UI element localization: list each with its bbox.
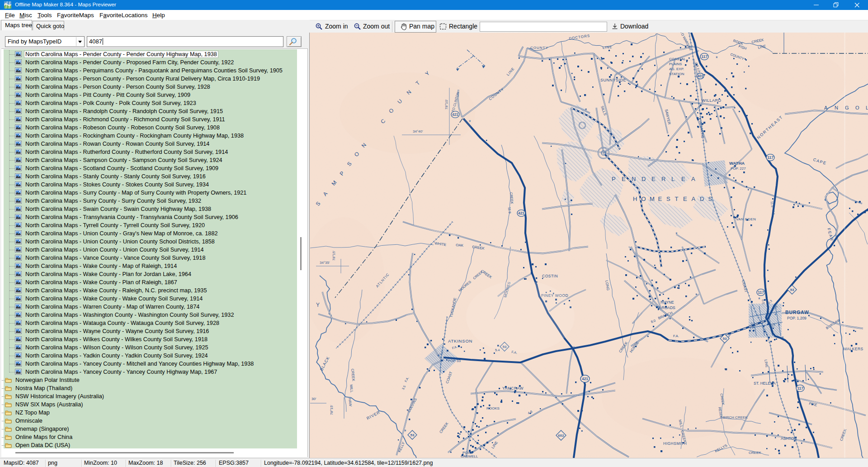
svg-text:ST. HELENA: ST. HELENA: [754, 381, 776, 386]
svg-text:STATION: STATION: [669, 72, 684, 76]
svg-text:N: N: [835, 105, 838, 110]
svg-text:401: 401: [697, 74, 703, 78]
svg-text:BURGAW: BURGAW: [785, 310, 809, 315]
svg-text:11.9: 11.9: [507, 207, 512, 214]
svg-text:L: L: [671, 176, 675, 182]
svg-text:E: E: [622, 176, 626, 182]
svg-text:*: *: [774, 312, 777, 319]
svg-text:117: 117: [767, 155, 774, 160]
svg-text:MILL: MILL: [349, 384, 354, 393]
svg-text:11.6: 11.6: [770, 201, 774, 207]
svg-text:*: *: [404, 429, 406, 435]
svg-text:L: L: [866, 105, 868, 110]
svg-text:S: S: [708, 195, 712, 202]
svg-text:0.5: 0.5: [761, 299, 765, 305]
svg-text:N: N: [632, 176, 636, 182]
svg-text:R: R: [661, 176, 665, 182]
svg-text:53: 53: [790, 288, 794, 292]
svg-text:POP. 1,209: POP. 1,209: [787, 316, 807, 320]
svg-text:OAK: OAK: [456, 243, 464, 248]
svg-text:CREEK: CREEK: [749, 451, 761, 455]
svg-text:53: 53: [723, 337, 727, 341]
svg-text:O: O: [855, 105, 859, 110]
svg-text:117: 117: [758, 290, 764, 295]
svg-text:M: M: [650, 195, 655, 202]
svg-text:E: E: [651, 176, 656, 182]
svg-text:ATKINSON: ATKINSON: [448, 338, 472, 343]
svg-text:RHYNE: RHYNE: [660, 300, 674, 305]
svg-text:ROOKS: ROOKS: [486, 406, 500, 410]
svg-text:VAN EDEN: VAN EDEN: [736, 217, 756, 221]
svg-text:F.A.: F.A.: [772, 210, 775, 216]
svg-text:P: P: [612, 176, 616, 182]
svg-text:117: 117: [701, 54, 708, 59]
svg-text:X-ROADS: X-ROADS: [658, 305, 675, 310]
svg-text:CASWELL: CASWELL: [461, 454, 478, 458]
svg-text:YAMCRAW: YAMCRAW: [502, 386, 524, 391]
svg-text:HIGHSMITH: HIGHSMITH: [663, 441, 687, 446]
svg-text:A: A: [691, 176, 695, 182]
svg-text:421: 421: [582, 376, 588, 381]
svg-text:WALKERS: WALKERS: [843, 347, 863, 351]
svg-text:117: 117: [797, 386, 803, 391]
svg-text:602: 602: [558, 434, 564, 438]
svg-text:F.A.: F.A.: [673, 334, 679, 338]
svg-text:53: 53: [410, 433, 415, 437]
svg-text:S: S: [666, 195, 670, 202]
svg-text:*: *: [437, 353, 439, 360]
svg-text:421: 421: [518, 211, 524, 215]
svg-text:ASHTON: ASHTON: [781, 436, 797, 441]
svg-text:WATHA: WATHA: [729, 161, 745, 166]
svg-text:*: *: [675, 231, 678, 238]
svg-text:H: H: [633, 195, 637, 202]
svg-text:PLAINS: PLAINS: [669, 62, 682, 66]
svg-text:*: *: [573, 345, 575, 352]
svg-text:COSTIN: COSTIN: [542, 274, 558, 278]
svg-text:E: E: [658, 195, 662, 202]
svg-text:T: T: [675, 195, 679, 202]
svg-text:30': 30': [311, 397, 316, 401]
svg-text:E: E: [681, 176, 685, 182]
svg-text:POP 33: POP 33: [448, 359, 461, 363]
svg-text:D: D: [642, 176, 646, 182]
svg-text:POP. 227: POP. 227: [731, 167, 746, 171]
svg-text:COASTAL: COASTAL: [669, 57, 686, 61]
svg-text:COUNTY: COUNTY: [530, 46, 548, 50]
svg-text:*: *: [716, 55, 718, 62]
svg-text:G: G: [845, 105, 849, 110]
svg-text:E: E: [683, 195, 687, 202]
svg-text:*: *: [782, 335, 784, 342]
svg-text:SUNNYSIDE: SUNNYSIDE: [600, 78, 626, 82]
svg-text:*: *: [758, 296, 760, 303]
svg-text:A: A: [692, 195, 696, 202]
svg-text:HAW: HAW: [348, 398, 353, 407]
svg-text:78°15': 78°15': [330, 405, 334, 415]
svg-text:AG. EXP.: AG. EXP.: [669, 67, 684, 71]
svg-text:O: O: [642, 195, 646, 202]
svg-text:WILLARD: WILLARD: [702, 98, 722, 103]
svg-text:D: D: [700, 195, 704, 202]
svg-text:LINE: LINE: [602, 45, 612, 50]
